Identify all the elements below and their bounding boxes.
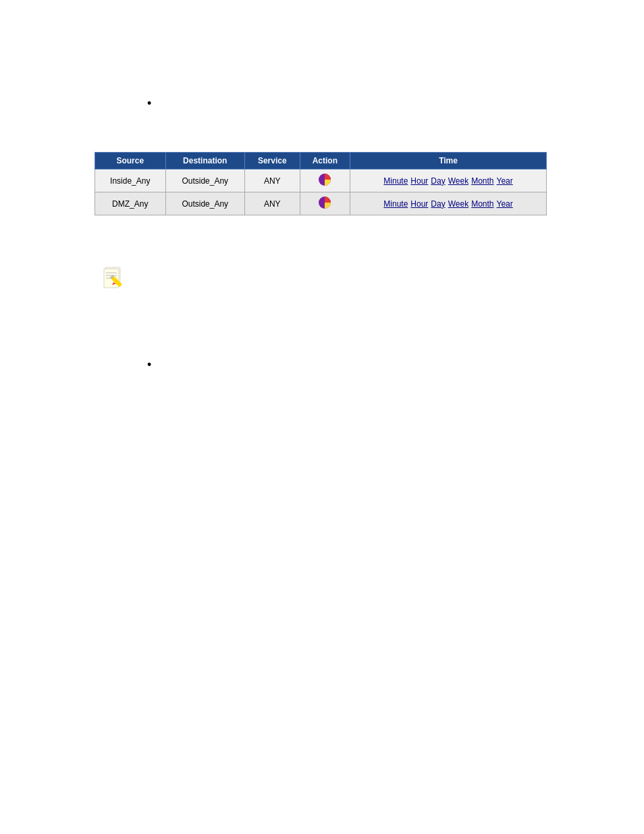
firewall-rules-table-container: Source Destination Service Action Time I…: [95, 152, 547, 215]
time-link-week[interactable]: Week: [448, 176, 468, 186]
time-link-minute[interactable]: Minute: [383, 176, 408, 186]
time-link-year[interactable]: Year: [497, 176, 513, 186]
source-cell: DMZ_Any: [95, 192, 166, 215]
time-link-month[interactable]: Month: [471, 199, 493, 209]
action-permit-icon: [317, 172, 332, 187]
time-link-year[interactable]: Year: [497, 199, 513, 209]
destination-cell: Outside_Any: [165, 192, 244, 215]
table-row: Inside_AnyOutside_AnyANYMinuteHourDayWee…: [95, 170, 547, 192]
note-icon: [100, 263, 127, 290]
action-cell: [300, 192, 350, 215]
time-cell: MinuteHourDayWeekMonthYear: [350, 170, 547, 192]
time-link-day[interactable]: Day: [431, 199, 445, 209]
destination-header: Destination: [165, 153, 244, 170]
destination-cell: Outside_Any: [165, 170, 244, 192]
time-link-day[interactable]: Day: [431, 176, 445, 186]
firewall-rules-table: Source Destination Service Action Time I…: [95, 152, 547, 215]
bullet-bottom: •: [147, 358, 151, 372]
time-header: Time: [350, 153, 547, 170]
time-link-minute[interactable]: Minute: [383, 199, 408, 209]
service-cell: ANY: [244, 170, 300, 192]
action-cell: [300, 170, 350, 192]
time-link-week[interactable]: Week: [448, 199, 468, 209]
table-row: DMZ_AnyOutside_AnyANYMinuteHourDayWeekMo…: [95, 192, 547, 215]
time-link-hour[interactable]: Hour: [410, 176, 428, 186]
time-cell: MinuteHourDayWeekMonthYear: [350, 192, 547, 215]
source-cell: Inside_Any: [95, 170, 166, 192]
time-link-month[interactable]: Month: [471, 176, 493, 186]
service-cell: ANY: [244, 192, 300, 215]
action-permit-icon: [317, 195, 332, 210]
service-header: Service: [244, 153, 300, 170]
table-header-row: Source Destination Service Action Time: [95, 153, 547, 170]
time-link-hour[interactable]: Hour: [410, 199, 428, 209]
action-header: Action: [300, 153, 350, 170]
bullet-top: •: [147, 97, 151, 111]
source-header: Source: [95, 153, 166, 170]
